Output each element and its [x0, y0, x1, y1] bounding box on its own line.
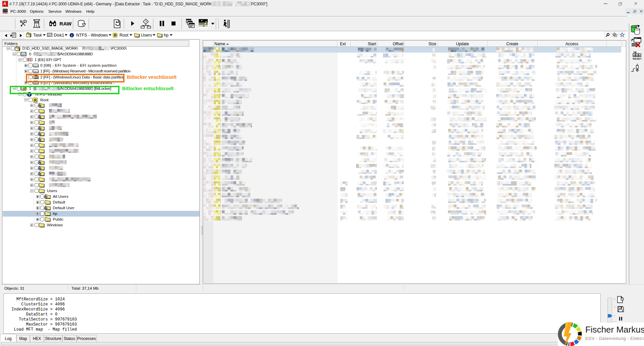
svg-text:R: R — [39, 104, 41, 107]
svg-text:R: R — [45, 207, 47, 210]
svg-text:?: ? — [145, 20, 147, 23]
svg-text:R: R — [39, 161, 41, 164]
svg-text:RESET: RESET — [633, 57, 642, 60]
svg-text:R: R — [34, 98, 37, 102]
svg-text:0: 0 — [634, 54, 635, 57]
svg-text:R: R — [39, 116, 41, 119]
svg-text:R: R — [39, 133, 41, 136]
svg-text:R: R — [114, 33, 117, 37]
svg-text:R: R — [45, 195, 47, 198]
svg-text:R: R — [39, 167, 41, 170]
svg-text:R: R — [39, 138, 41, 141]
svg-text:0: 0 — [639, 54, 641, 57]
svg-text:0: 0 — [636, 54, 638, 57]
svg-text:R: R — [39, 173, 41, 176]
svg-text:R: R — [39, 127, 41, 130]
svg-text:i: i — [71, 34, 72, 37]
svg-text:EX: EX — [28, 58, 32, 61]
